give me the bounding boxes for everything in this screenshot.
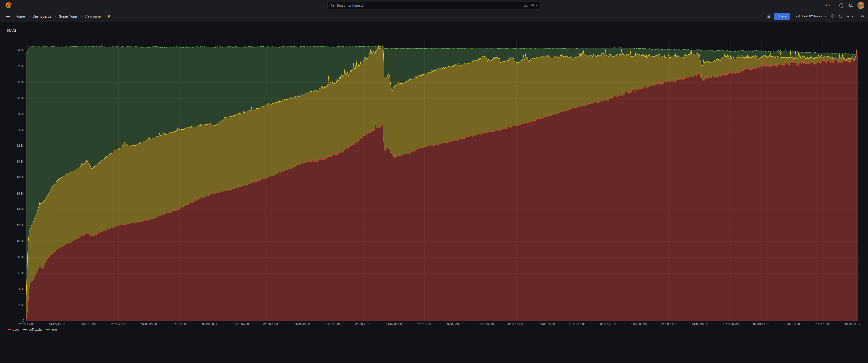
x-axis-label: 01/07 12:00 — [508, 323, 524, 326]
x-axis-label: 01/06 00:00 — [141, 323, 157, 326]
x-axis-label: 01/08 06:00 — [692, 323, 708, 326]
x-axis-label: 01/06 09:00 — [232, 323, 249, 326]
x-axis-label: 01/07 00:00 — [386, 323, 402, 326]
legend-label-used: used — [13, 328, 20, 331]
x-axis-label: 01/05 18:00 — [80, 323, 96, 326]
x-axis-label: 01/07 06:00 — [447, 323, 463, 326]
x-axis-label: 01/05 12:00 — [19, 323, 34, 326]
x-axis-label: 01/08 03:00 — [661, 323, 677, 326]
x-axis-label: 01/06 12:00 — [264, 323, 279, 326]
x-axis-label: 01/06 21:00 — [355, 323, 371, 326]
x-axis-label: 01/05 15:00 — [49, 323, 65, 326]
legend-item-free[interactable]: free — [46, 328, 57, 331]
chart-legend: used buff/cache free — [7, 328, 57, 331]
x-axis-label: 01/06 18:00 — [324, 323, 340, 326]
x-axis-label: 01/07 18:00 — [569, 323, 585, 326]
x-axis-label: 01/07 09:00 — [478, 323, 494, 326]
legend-label-buffcache: buff/cache — [29, 328, 42, 331]
legend-label-free: free — [52, 328, 57, 331]
x-axis-label: 01/06 03:00 — [172, 323, 187, 326]
x-axis-label: 01/05 21:00 — [110, 323, 126, 326]
legend-color-free — [46, 329, 50, 330]
chevron-up-icon — [861, 14, 865, 18]
x-axis-label: 01/08 15:00 — [784, 323, 800, 326]
x-axis-label: 01/06 15:00 — [294, 323, 310, 326]
x-axis-label: 01/08 09:00 — [723, 323, 739, 326]
x-axis-label: 01/08 12:00 — [753, 323, 769, 326]
x-axis-label: 01/06 06:00 — [202, 323, 218, 326]
x-axis-label: 01/08 21:00 — [845, 323, 861, 326]
x-axis-label: 01/07 21:00 — [600, 323, 616, 326]
x-axis-labels: 01/05 12:0001/05 15:0001/05 18:0001/05 2… — [0, 0, 861, 330]
x-axis-label: 01/07 15:00 — [539, 323, 555, 326]
legend-color-buffcache — [23, 329, 27, 330]
legend-color-used — [7, 329, 11, 330]
x-axis-label: 01/07 03:00 — [416, 323, 432, 326]
legend-item-buffcache[interactable]: buff/cache — [23, 328, 42, 331]
legend-item-used[interactable]: used — [7, 328, 20, 331]
x-axis-label: 01/08 00:00 — [631, 323, 647, 326]
collapse-button[interactable] — [860, 14, 865, 19]
x-axis-label: 01/08 18:00 — [814, 323, 830, 326]
